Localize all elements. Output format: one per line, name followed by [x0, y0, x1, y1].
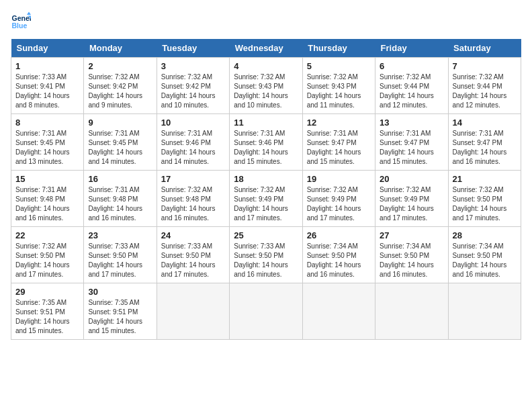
- day-header-saturday: Saturday: [448, 39, 521, 58]
- calendar-cell: [230, 283, 302, 340]
- calendar-cell: 2 Sunrise: 7:32 AMSunset: 9:42 PMDayligh…: [84, 58, 157, 114]
- day-number: 7: [453, 61, 517, 71]
- day-number: 18: [234, 174, 298, 184]
- cell-info: Sunrise: 7:31 AMSunset: 9:47 PMDaylight:…: [307, 130, 361, 165]
- cell-info: Sunrise: 7:33 AMSunset: 9:50 PMDaylight:…: [161, 242, 216, 278]
- calendar-week-row: 15 Sunrise: 7:31 AMSunset: 9:48 PMDaylig…: [11, 171, 521, 227]
- calendar-cell: 28 Sunrise: 7:34 AMSunset: 9:50 PMDaylig…: [448, 227, 521, 283]
- calendar-cell: 8 Sunrise: 7:31 AMSunset: 9:45 PMDayligh…: [11, 114, 84, 171]
- cell-info: Sunrise: 7:32 AMSunset: 9:44 PMDaylight:…: [453, 73, 507, 109]
- calendar-cell: 16 Sunrise: 7:31 AMSunset: 9:48 PMDaylig…: [84, 171, 157, 227]
- calendar-table: SundayMondayTuesdayWednesdayThursdayFrid…: [11, 39, 521, 340]
- day-header-wednesday: Wednesday: [230, 39, 302, 58]
- calendar-cell: 29 Sunrise: 7:35 AMSunset: 9:51 PMDaylig…: [11, 283, 84, 340]
- day-number: 21: [453, 174, 517, 184]
- day-number: 30: [88, 287, 152, 297]
- day-number: 16: [88, 174, 152, 184]
- day-number: 13: [380, 118, 443, 128]
- calendar-cell: 19 Sunrise: 7:32 AMSunset: 9:49 PMDaylig…: [302, 171, 375, 227]
- calendar-cell: 30 Sunrise: 7:35 AMSunset: 9:51 PMDaylig…: [84, 283, 157, 340]
- day-number: 4: [234, 61, 298, 71]
- calendar-week-row: 8 Sunrise: 7:31 AMSunset: 9:45 PMDayligh…: [11, 114, 521, 171]
- cell-info: Sunrise: 7:32 AMSunset: 9:49 PMDaylight:…: [380, 186, 434, 222]
- day-number: 8: [15, 118, 79, 128]
- day-number: 10: [161, 118, 225, 128]
- day-number: 27: [380, 230, 443, 240]
- cell-info: Sunrise: 7:35 AMSunset: 9:51 PMDaylight:…: [88, 299, 142, 334]
- calendar-cell: 12 Sunrise: 7:31 AMSunset: 9:47 PMDaylig…: [302, 114, 375, 171]
- cell-info: Sunrise: 7:33 AMSunset: 9:50 PMDaylight:…: [234, 242, 288, 278]
- cell-info: Sunrise: 7:31 AMSunset: 9:45 PMDaylight:…: [88, 130, 142, 165]
- cell-info: Sunrise: 7:33 AMSunset: 9:50 PMDaylight:…: [88, 242, 142, 278]
- calendar-cell: 18 Sunrise: 7:32 AMSunset: 9:49 PMDaylig…: [230, 171, 302, 227]
- day-number: 20: [380, 174, 443, 184]
- day-number: 23: [88, 230, 152, 240]
- day-number: 26: [307, 230, 371, 240]
- day-number: 5: [307, 61, 371, 71]
- cell-info: Sunrise: 7:31 AMSunset: 9:48 PMDaylight:…: [88, 186, 142, 222]
- day-number: 25: [234, 230, 298, 240]
- day-number: 15: [15, 174, 79, 184]
- calendar-cell: 11 Sunrise: 7:31 AMSunset: 9:46 PMDaylig…: [230, 114, 302, 171]
- calendar-cell: 4 Sunrise: 7:32 AMSunset: 9:43 PMDayligh…: [230, 58, 302, 114]
- cell-info: Sunrise: 7:35 AMSunset: 9:51 PMDaylight:…: [15, 299, 70, 334]
- day-number: 6: [380, 61, 443, 71]
- calendar-cell: [157, 283, 229, 340]
- page-header: General Blue: [11, 11, 521, 31]
- cell-info: Sunrise: 7:33 AMSunset: 9:41 PMDaylight:…: [15, 73, 70, 109]
- calendar-cell: 7 Sunrise: 7:32 AMSunset: 9:44 PMDayligh…: [448, 58, 521, 114]
- cell-info: Sunrise: 7:34 AMSunset: 9:50 PMDaylight:…: [453, 242, 507, 278]
- cell-info: Sunrise: 7:32 AMSunset: 9:42 PMDaylight:…: [161, 73, 216, 109]
- calendar-cell: 21 Sunrise: 7:32 AMSunset: 9:50 PMDaylig…: [448, 171, 521, 227]
- calendar-cell: 9 Sunrise: 7:31 AMSunset: 9:45 PMDayligh…: [84, 114, 157, 171]
- cell-info: Sunrise: 7:31 AMSunset: 9:45 PMDaylight:…: [15, 130, 70, 165]
- cell-info: Sunrise: 7:31 AMSunset: 9:48 PMDaylight:…: [15, 186, 70, 222]
- calendar-cell: [375, 283, 448, 340]
- cell-info: Sunrise: 7:32 AMSunset: 9:42 PMDaylight:…: [88, 73, 142, 109]
- cell-info: Sunrise: 7:32 AMSunset: 9:43 PMDaylight:…: [234, 73, 288, 109]
- cell-info: Sunrise: 7:31 AMSunset: 9:47 PMDaylight:…: [380, 130, 434, 165]
- day-number: 24: [161, 230, 225, 240]
- cell-info: Sunrise: 7:32 AMSunset: 9:44 PMDaylight:…: [380, 73, 434, 109]
- calendar-cell: 5 Sunrise: 7:32 AMSunset: 9:43 PMDayligh…: [302, 58, 375, 114]
- calendar-cell: 26 Sunrise: 7:34 AMSunset: 9:50 PMDaylig…: [302, 227, 375, 283]
- day-number: 19: [307, 174, 371, 184]
- svg-marker-2: [27, 12, 31, 15]
- calendar-cell: 25 Sunrise: 7:33 AMSunset: 9:50 PMDaylig…: [230, 227, 302, 283]
- calendar-cell: 10 Sunrise: 7:31 AMSunset: 9:46 PMDaylig…: [157, 114, 229, 171]
- calendar-cell: 1 Sunrise: 7:33 AMSunset: 9:41 PMDayligh…: [11, 58, 84, 114]
- day-number: 3: [161, 61, 225, 71]
- calendar-cell: 13 Sunrise: 7:31 AMSunset: 9:47 PMDaylig…: [375, 114, 448, 171]
- day-number: 22: [15, 230, 79, 240]
- day-header-sunday: Sunday: [11, 39, 84, 58]
- calendar-cell: 17 Sunrise: 7:32 AMSunset: 9:48 PMDaylig…: [157, 171, 229, 227]
- calendar-cell: 20 Sunrise: 7:32 AMSunset: 9:49 PMDaylig…: [375, 171, 448, 227]
- logo-icon: General Blue: [11, 11, 31, 31]
- cell-info: Sunrise: 7:32 AMSunset: 9:43 PMDaylight:…: [307, 73, 361, 109]
- calendar-week-row: 1 Sunrise: 7:33 AMSunset: 9:41 PMDayligh…: [11, 58, 521, 114]
- cell-info: Sunrise: 7:32 AMSunset: 9:50 PMDaylight:…: [15, 242, 70, 278]
- calendar-cell: 23 Sunrise: 7:33 AMSunset: 9:50 PMDaylig…: [84, 227, 157, 283]
- day-number: 14: [453, 118, 517, 128]
- day-number: 2: [88, 61, 152, 71]
- calendar-cell: [302, 283, 375, 340]
- calendar-cell: 22 Sunrise: 7:32 AMSunset: 9:50 PMDaylig…: [11, 227, 84, 283]
- svg-text:Blue: Blue: [12, 21, 28, 30]
- day-header-friday: Friday: [375, 39, 448, 58]
- cell-info: Sunrise: 7:32 AMSunset: 9:50 PMDaylight:…: [453, 186, 507, 222]
- cell-info: Sunrise: 7:32 AMSunset: 9:48 PMDaylight:…: [161, 186, 216, 222]
- calendar-body: 1 Sunrise: 7:33 AMSunset: 9:41 PMDayligh…: [11, 58, 521, 340]
- calendar-cell: 27 Sunrise: 7:34 AMSunset: 9:50 PMDaylig…: [375, 227, 448, 283]
- calendar-cell: 24 Sunrise: 7:33 AMSunset: 9:50 PMDaylig…: [157, 227, 229, 283]
- day-header-tuesday: Tuesday: [157, 39, 229, 58]
- calendar-header-row: SundayMondayTuesdayWednesdayThursdayFrid…: [11, 39, 521, 58]
- calendar-cell: [448, 283, 521, 340]
- calendar-week-row: 29 Sunrise: 7:35 AMSunset: 9:51 PMDaylig…: [11, 283, 521, 340]
- calendar-week-row: 22 Sunrise: 7:32 AMSunset: 9:50 PMDaylig…: [11, 227, 521, 283]
- day-number: 28: [453, 230, 517, 240]
- cell-info: Sunrise: 7:32 AMSunset: 9:49 PMDaylight:…: [234, 186, 288, 222]
- calendar-cell: 6 Sunrise: 7:32 AMSunset: 9:44 PMDayligh…: [375, 58, 448, 114]
- day-number: 11: [234, 118, 298, 128]
- calendar-cell: 15 Sunrise: 7:31 AMSunset: 9:48 PMDaylig…: [11, 171, 84, 227]
- cell-info: Sunrise: 7:31 AMSunset: 9:46 PMDaylight:…: [161, 130, 216, 165]
